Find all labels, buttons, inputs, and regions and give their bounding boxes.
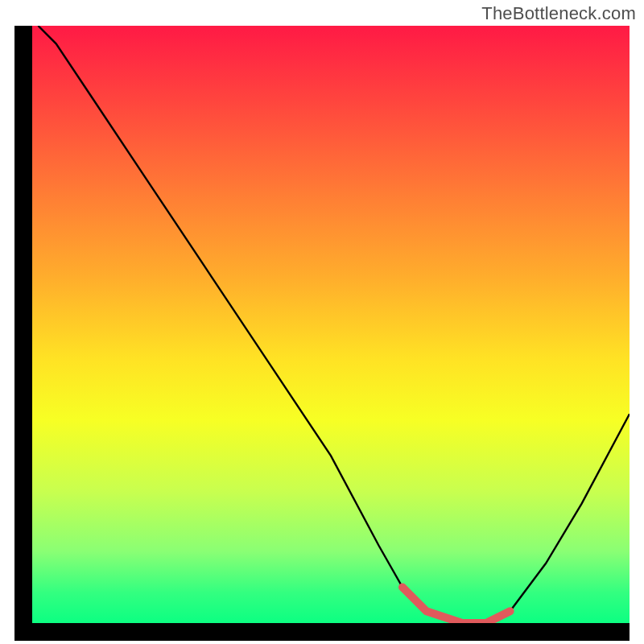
chart-frame	[14, 26, 630, 641]
highlight-segment-path	[402, 588, 510, 624]
chart-area	[32, 26, 630, 623]
watermark-label: TheBottleneck.com	[481, 3, 636, 24]
bottleneck-curve-svg	[32, 26, 630, 623]
bottleneck-curve-path	[38, 26, 630, 623]
